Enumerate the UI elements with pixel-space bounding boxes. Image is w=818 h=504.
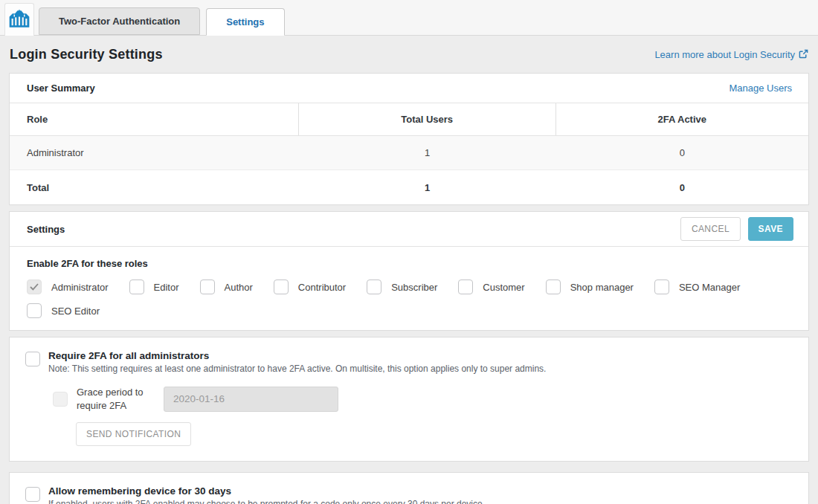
role-label: SEO Editor: [51, 306, 100, 317]
column-header-2fa-active: 2FA Active: [556, 103, 808, 135]
role-label: Editor: [154, 282, 179, 293]
table-row-administrator: Administrator 1 0: [10, 136, 808, 170]
role-option-seo-editor[interactable]: SEO Editor: [27, 303, 100, 318]
checkbox-icon: [546, 280, 561, 294]
role-label: Subscriber: [391, 282, 437, 293]
role-option-customer[interactable]: Customer: [458, 280, 524, 294]
cell-total-users: 1: [299, 136, 556, 169]
tab-settings[interactable]: Settings: [206, 8, 284, 36]
send-notification-button[interactable]: SEND NOTIFICATION: [76, 422, 191, 446]
checkbox-icon: [458, 280, 473, 294]
role-option-shop-manager[interactable]: Shop manager: [546, 280, 634, 294]
column-header-role: Role: [10, 103, 299, 135]
require-2fa-note: Note: This setting requires at least one…: [48, 364, 546, 374]
checkbox-icon: [654, 280, 669, 294]
app-logo: [4, 3, 34, 36]
role-label: Author: [225, 282, 253, 293]
tab-label: Settings: [226, 16, 264, 28]
role-option-administrator[interactable]: Administrator: [27, 280, 109, 294]
checkbox-checked-icon: [27, 280, 42, 294]
require-2fa-checkbox[interactable]: [25, 352, 40, 366]
role-label: Administrator: [51, 282, 109, 293]
role-label: Contributor: [298, 282, 346, 293]
grace-period-label: Grace period to require 2FA: [77, 386, 155, 412]
checkbox-icon: [200, 280, 215, 294]
learn-more-link[interactable]: Learn more about Login Security: [654, 49, 808, 61]
enable-2fa-roles-label: Enable 2FA for these roles: [27, 258, 791, 269]
checkbox-icon: [274, 280, 289, 294]
settings-card: Settings CANCEL SAVE Enable 2FA for thes…: [9, 211, 809, 331]
roles-checkbox-list: Administrator Editor Author Contributor …: [27, 280, 791, 318]
role-option-seo-manager[interactable]: SEO Manager: [654, 280, 740, 294]
external-link-icon: [799, 49, 808, 61]
summary-table-header: Role Total Users 2FA Active: [10, 103, 808, 136]
cancel-button[interactable]: CANCEL: [680, 217, 741, 241]
table-row-total: Total 1 0: [10, 170, 808, 204]
cell-2fa-active: 0: [556, 171, 808, 204]
grace-period-date-input[interactable]: [164, 387, 338, 412]
save-button[interactable]: SAVE: [748, 217, 793, 241]
cell-role: Administrator: [10, 136, 299, 169]
checkbox-icon: [367, 280, 381, 294]
tab-two-factor-authentication[interactable]: Two-Factor Authentication: [39, 7, 200, 35]
learn-more-label: Learn more about Login Security: [654, 49, 795, 60]
role-option-author[interactable]: Author: [200, 280, 253, 294]
cell-2fa-active: 0: [556, 136, 808, 169]
remember-device-title: Allow remembering device for 30 days: [48, 485, 485, 497]
remember-device-note: If enabled, users with 2FA enabled may c…: [48, 499, 485, 504]
checkbox-icon: [27, 303, 42, 318]
grace-period-checkbox[interactable]: [53, 392, 68, 407]
manage-users-link[interactable]: Manage Users: [729, 83, 792, 94]
settings-title: Settings: [27, 224, 65, 235]
role-option-subscriber[interactable]: Subscriber: [367, 280, 437, 294]
role-label: Shop manager: [570, 282, 634, 293]
tab-label: Two-Factor Authentication: [59, 16, 180, 27]
cell-total-users: 1: [299, 171, 556, 204]
user-summary-title: User Summary: [27, 83, 95, 94]
cell-role: Total: [10, 171, 299, 204]
checkbox-icon: [129, 280, 144, 294]
require-2fa-title: Require 2FA for all administrators: [48, 350, 546, 361]
page-header: Login Security Settings Learn more about…: [0, 36, 818, 73]
role-label: Customer: [483, 282, 524, 293]
column-header-total-users: Total Users: [299, 103, 556, 135]
remember-device-card: Allow remembering device for 30 days If …: [9, 472, 809, 504]
remember-device-checkbox[interactable]: [25, 487, 40, 502]
role-option-editor[interactable]: Editor: [129, 280, 179, 294]
user-summary-card: User Summary Manage Users Role Total Use…: [9, 73, 809, 205]
role-option-contributor[interactable]: Contributor: [274, 280, 346, 294]
tab-bar: Two-Factor Authentication Settings: [0, 0, 818, 36]
security-fortress-icon: [8, 8, 30, 31]
require-2fa-card: Require 2FA for all administrators Note:…: [9, 337, 809, 462]
role-label: SEO Manager: [679, 282, 740, 293]
page-title: Login Security Settings: [10, 47, 163, 62]
